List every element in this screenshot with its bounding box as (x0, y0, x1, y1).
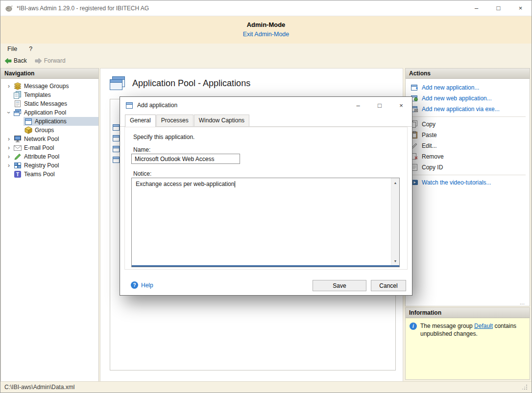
dialog-tabs: General Processes Window Captions (120, 114, 412, 127)
list-item[interactable] (113, 134, 120, 142)
tree-label: Templates (24, 92, 51, 98)
list-item[interactable] (113, 144, 120, 153)
dialog-general-page: Specify this application. Name: Notice: … (124, 127, 408, 270)
sidebar-item-registry-pool[interactable]: Registry Pool (1, 161, 98, 170)
dialog-controls: – □ × (347, 97, 412, 114)
paste-action[interactable]: Paste (406, 130, 530, 140)
navigation-tree: Message Groups Templates Static Messages (1, 79, 98, 179)
sidebar-item-network-pool[interactable]: Network Pool (1, 135, 98, 143)
focus-underline (132, 265, 399, 267)
actions-panel: Actions Add new application... Add new w… (405, 68, 530, 306)
application-item-icon (113, 157, 120, 163)
add-new-application-link[interactable]: Add new application... (406, 82, 530, 93)
actions-overflow-indicator: ... (520, 299, 525, 306)
close-button[interactable]: × (509, 0, 532, 16)
sidebar-item-templates[interactable]: Templates (1, 91, 98, 99)
tree-label: Groups (35, 127, 54, 134)
minimize-button[interactable]: – (465, 0, 487, 16)
information-panel: Information i The message group Default … (405, 307, 530, 380)
action-label: Watch the video-tutorials... (422, 179, 491, 186)
sidebar-item-teams-pool[interactable]: T Teams Pool (1, 170, 98, 179)
application-pool-icon (14, 109, 22, 116)
watch-video-tutorials-link[interactable]: Watch the video-tutorials... (406, 177, 530, 188)
dialog-maximize-button[interactable]: □ (369, 97, 390, 114)
cancel-button[interactable]: Cancel (371, 280, 406, 291)
back-button[interactable]: Back (0, 56, 31, 65)
application-item-icon (113, 124, 120, 131)
tree-label: Static Messages (24, 100, 67, 107)
chevron-right-icon[interactable] (5, 83, 13, 89)
app-window: *IBI-aws Admin 1.29.0 - registered for I… (0, 0, 532, 393)
sidebar-item-message-groups[interactable]: Message Groups (1, 82, 98, 91)
action-label: Edit... (422, 142, 437, 149)
add-new-application-via-exe-link[interactable]: Add new application via exe... (406, 104, 530, 115)
menu-file[interactable]: File (2, 44, 22, 54)
admin-mode-title: Admin-Mode (0, 16, 532, 28)
sidebar-item-groups[interactable]: Groups (1, 126, 98, 135)
chevron-right-icon[interactable] (5, 136, 13, 142)
add-application-dialog: Add application – □ × General Processes … (120, 96, 412, 296)
dialog-minimize-button[interactable]: – (347, 97, 369, 114)
sidebar-item-applications[interactable]: Applications (1, 117, 98, 126)
forward-button[interactable]: Forward (31, 56, 70, 65)
scroll-up-icon[interactable]: ▲ (391, 179, 399, 186)
menu-help[interactable]: ? (24, 44, 37, 54)
maximize-button[interactable]: □ (487, 0, 509, 16)
tree-label: Attribute Pool (24, 153, 59, 160)
add-application-icon (411, 84, 418, 92)
templates-icon (14, 91, 22, 99)
exit-admin-mode-link[interactable]: Exit Admin-Mode (243, 31, 289, 38)
email-pool-icon (14, 144, 22, 152)
notice-value: Exchange access per web-application (136, 181, 234, 187)
sidebar-item-attribute-pool[interactable]: Attribute Pool (1, 152, 98, 161)
name-input[interactable] (131, 154, 240, 164)
actions-separator (410, 116, 526, 117)
scroll-down-icon[interactable]: ▼ (391, 257, 399, 265)
window-controls: – □ × (465, 0, 532, 16)
help-icon: ? (131, 281, 138, 289)
tree-label: Network Pool (24, 136, 59, 142)
dialog-close-button[interactable]: × (390, 97, 412, 114)
attribute-pool-icon (14, 153, 22, 161)
list-item[interactable] (113, 123, 120, 132)
action-label: Copy ID (422, 164, 443, 171)
tab-general[interactable]: General (125, 115, 156, 127)
help-link[interactable]: ? Help (131, 281, 153, 289)
edit-action[interactable]: Edit... (406, 140, 530, 151)
applications-icon (24, 117, 32, 125)
action-label: Remove (422, 153, 444, 160)
notice-scrollbar[interactable]: ▲ ▼ (391, 178, 399, 267)
tree-label: E-mail Pool (24, 144, 54, 151)
statusbar: C:\IBI-aws\Admin\Data.xml (0, 381, 532, 393)
menubar: File ? (0, 44, 532, 54)
notice-textarea[interactable]: Exchange access per web-application ▲ ▼ (131, 178, 400, 267)
chevron-down-icon[interactable] (5, 110, 13, 116)
copy-action[interactable]: Copy (406, 119, 530, 130)
chevron-right-icon[interactable] (5, 162, 13, 168)
teams-pool-icon: T (14, 170, 22, 178)
sidebar-item-static-messages[interactable]: Static Messages (1, 99, 98, 108)
actions-separator (410, 175, 526, 175)
dialog-icon (126, 102, 133, 109)
back-label: Back (14, 57, 27, 64)
chevron-right-icon[interactable] (5, 145, 13, 151)
notice-label: Notice: (133, 170, 151, 177)
app-logo-icon (5, 4, 13, 12)
text-cursor (235, 181, 235, 187)
tab-processes[interactable]: Processes (156, 115, 193, 126)
information-header: Information (406, 308, 530, 318)
list-item[interactable] (113, 155, 120, 164)
action-label: Add new web application... (422, 95, 492, 102)
chevron-right-icon[interactable] (5, 154, 13, 160)
save-button[interactable]: Save (313, 280, 366, 291)
add-new-web-application-link[interactable]: Add new web application... (406, 93, 530, 104)
sidebar-item-email-pool[interactable]: E-mail Pool (1, 143, 98, 152)
resize-grip[interactable] (522, 384, 528, 390)
sidebar-item-application-pool[interactable]: Application Pool (1, 108, 98, 117)
help-label: Help (141, 282, 153, 289)
default-message-group-link[interactable]: Default (474, 323, 493, 329)
tab-window-captions[interactable]: Window Captions (194, 115, 249, 126)
remove-action[interactable]: Remove (406, 151, 530, 162)
copy-id-action[interactable]: Copy ID (406, 162, 530, 173)
dialog-footer: ? Help Save Cancel (120, 270, 412, 295)
